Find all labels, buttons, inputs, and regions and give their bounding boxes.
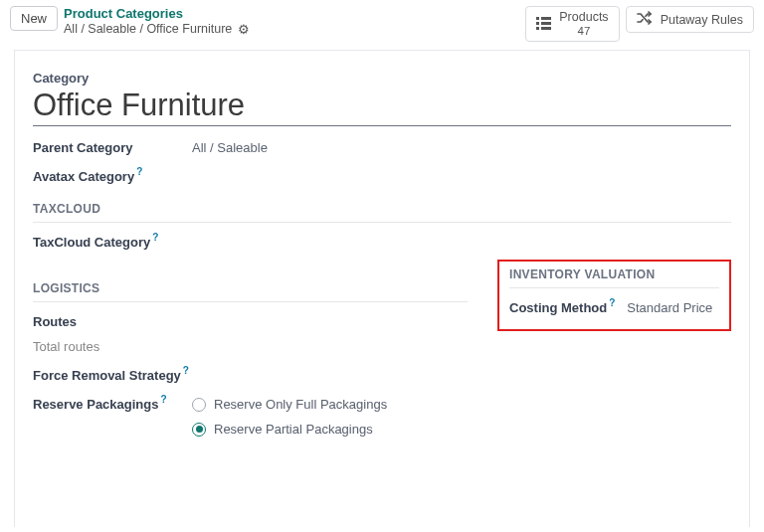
avatax-row: Avatax Category ? <box>33 169 731 184</box>
help-icon[interactable]: ? <box>160 394 166 405</box>
removal-row: Force Removal Strategy ? <box>33 368 468 383</box>
shuffle-icon <box>637 11 653 28</box>
reserve-row: Reserve Packagings ? Reserve Only Full P… <box>33 397 468 437</box>
help-icon[interactable]: ? <box>136 166 142 177</box>
reserve-full-option[interactable]: Reserve Only Full Packagings <box>192 397 387 412</box>
routes-row: Routes <box>33 314 468 329</box>
help-icon[interactable]: ? <box>152 232 158 243</box>
taxcloud-label: TaxCloud Category ? <box>33 235 172 250</box>
costing-row: Costing Method ? Standard Price <box>509 300 719 315</box>
section-valuation: INVENTORY VALUATION <box>509 267 719 288</box>
removal-label: Force Removal Strategy ? <box>33 368 189 383</box>
svg-rect-2 <box>536 22 539 25</box>
gear-icon[interactable]: ⚙ <box>238 22 250 37</box>
breadcrumb-path-text: All / Saleable / Office Furniture <box>64 22 232 36</box>
taxcloud-label-text: TaxCloud Category <box>33 235 150 250</box>
removal-label-text: Force Removal Strategy <box>33 368 181 383</box>
parent-category-value[interactable]: All / Saleable <box>192 140 268 155</box>
routes-total[interactable]: Total routes <box>33 339 468 354</box>
category-field-label: Category <box>33 71 731 86</box>
reserve-radio-group: Reserve Only Full Packagings Reserve Par… <box>192 397 387 437</box>
radio-icon <box>192 423 206 437</box>
category-title[interactable]: Office Furniture <box>33 88 731 126</box>
logistics-column: LOGISTICS Routes Total routes Force Remo… <box>33 264 468 437</box>
avatax-label-text: Avatax Category <box>33 169 134 184</box>
taxcloud-row: TaxCloud Category ? <box>33 235 731 250</box>
parent-category-label: Parent Category <box>33 140 172 155</box>
form-sheet: Category Office Furniture Parent Categor… <box>14 50 750 527</box>
putaway-button[interactable]: Putaway Rules <box>626 6 754 33</box>
reserve-label-text: Reserve Packagings <box>33 397 158 412</box>
reserve-full-label: Reserve Only Full Packagings <box>214 397 387 412</box>
reserve-label: Reserve Packagings ? <box>33 397 192 412</box>
breadcrumb: Product Categories All / Saleable / Offi… <box>64 6 250 37</box>
valuation-highlight: INVENTORY VALUATION Costing Method ? Sta… <box>497 260 731 331</box>
section-logistics: LOGISTICS <box>33 281 468 302</box>
svg-rect-0 <box>536 17 539 20</box>
new-button[interactable]: New <box>10 6 58 31</box>
list-icon <box>536 16 551 33</box>
help-icon[interactable]: ? <box>183 365 189 376</box>
costing-label-text: Costing Method <box>509 300 607 315</box>
top-bar: New Product Categories All / Saleable / … <box>0 0 764 50</box>
help-icon[interactable]: ? <box>609 297 615 308</box>
reserve-partial-option[interactable]: Reserve Partial Packagings <box>192 422 387 437</box>
svg-rect-4 <box>536 27 539 30</box>
section-taxcloud: TAXCLOUD <box>33 202 731 223</box>
svg-rect-1 <box>541 17 551 20</box>
breadcrumb-title[interactable]: Product Categories <box>64 6 250 22</box>
costing-label: Costing Method ? <box>509 300 615 315</box>
products-label: Products <box>559 11 608 25</box>
svg-rect-5 <box>541 27 551 30</box>
reserve-partial-label: Reserve Partial Packagings <box>214 422 373 437</box>
products-count: 47 <box>559 25 608 38</box>
products-button[interactable]: Products 47 <box>525 6 619 42</box>
breadcrumb-path: All / Saleable / Office Furniture ⚙ <box>64 22 250 37</box>
svg-rect-3 <box>541 22 551 25</box>
avatax-label: Avatax Category ? <box>33 169 172 184</box>
routes-label: Routes <box>33 314 172 329</box>
putaway-label: Putaway Rules <box>661 13 743 27</box>
radio-icon <box>192 398 206 412</box>
costing-value[interactable]: Standard Price <box>627 300 712 315</box>
parent-category-row: Parent Category All / Saleable <box>33 140 731 155</box>
